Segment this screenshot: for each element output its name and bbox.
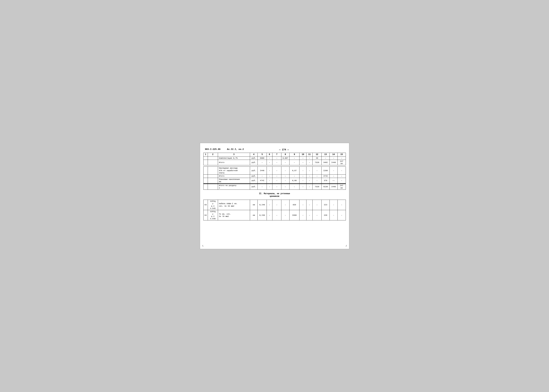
empty-cell bbox=[289, 198, 299, 200]
cell-row7-col7: – bbox=[272, 184, 281, 189]
cell-row0-col9: – bbox=[289, 156, 299, 160]
cell-row7-col8: – bbox=[282, 184, 289, 189]
cell-row4-col4: руб. bbox=[250, 175, 258, 178]
page-number: — 174 — bbox=[244, 148, 324, 151]
cell-row1-col15: 247 94 bbox=[338, 160, 346, 165]
table-row: Итогоруб.–––––––7329348II448247 94 bbox=[203, 160, 346, 165]
empty-cell bbox=[322, 165, 330, 167]
cell-row3-col5: I448 bbox=[258, 167, 267, 175]
cell-row1-col12: 7329 bbox=[312, 160, 321, 165]
cell-row5-col10: – bbox=[299, 178, 306, 183]
empty-cell bbox=[338, 198, 346, 200]
table-row: Итогоруб.––––––––474I–– bbox=[203, 175, 346, 178]
cell-row5-col8: – bbox=[282, 178, 289, 183]
cell-row4-col3: Итого bbox=[218, 175, 250, 178]
cell-row11-col7: – bbox=[272, 200, 281, 210]
cell-row12-col7: – bbox=[272, 210, 281, 220]
cell-row1-col7: – bbox=[272, 160, 281, 165]
empty-cell bbox=[299, 189, 306, 191]
table-row: Комплектация 0,7%руб.6986––0,007–––49––– bbox=[203, 156, 346, 160]
table-row: Накладные расходы 87% от заработной плат… bbox=[203, 167, 346, 175]
cell-row1-col8: – bbox=[282, 160, 289, 165]
col-header-13: 13 bbox=[322, 153, 330, 157]
table-row bbox=[203, 189, 346, 191]
col-header-14: 14 bbox=[330, 153, 338, 157]
cell-row4-col2 bbox=[208, 175, 218, 178]
cell-row12-col8: – bbox=[282, 210, 289, 220]
empty-cell bbox=[203, 189, 208, 191]
col-header-5: 5 bbox=[258, 153, 267, 157]
cell-row12-col12: – bbox=[312, 210, 321, 220]
cell-row5-col11: – bbox=[306, 178, 312, 183]
cell-row12-col5: 0,I30 bbox=[258, 210, 267, 220]
document-subtitle: Ах.I2.I, кн.2 bbox=[227, 148, 244, 151]
empty-cell bbox=[203, 198, 208, 200]
cell-row11-col9: 8I0 bbox=[289, 200, 299, 210]
table-row: 64ССРСЦ у р.I п.549То же, сеч. 3х 70 мм2… bbox=[203, 210, 346, 220]
cell-row3-col6: – bbox=[267, 167, 272, 175]
cell-row4-col11: – bbox=[306, 175, 312, 178]
empty-cell bbox=[289, 165, 299, 167]
cell-row12-col6: – bbox=[267, 210, 272, 220]
cell-row11-col11: – bbox=[306, 200, 312, 210]
cell-row3-col8: – bbox=[282, 167, 289, 175]
cell-row12-col10: – bbox=[299, 210, 306, 220]
cell-row5-col4: руб. bbox=[250, 178, 258, 183]
cell-row12-col13: 220 bbox=[322, 210, 330, 220]
cell-row12-col9: I690 bbox=[289, 210, 299, 220]
cell-row11-col2: ССРСЦ у р.I п.545 bbox=[208, 200, 218, 210]
col-header-6: 6 bbox=[267, 153, 272, 157]
empty-cell bbox=[282, 189, 289, 191]
cell-row3-col13: I260 bbox=[322, 167, 330, 175]
cell-row1-col3: Итого bbox=[218, 160, 250, 165]
cell-row12-col4: км bbox=[250, 210, 258, 220]
cell-row0-col2 bbox=[208, 156, 218, 160]
cell-row4-col10: – bbox=[299, 175, 306, 178]
cell-row5-col5: 474I bbox=[258, 178, 267, 183]
empty-cell bbox=[312, 165, 321, 167]
cell-row1-col10: – bbox=[299, 160, 306, 165]
cell-row0-col8: 0,007 bbox=[282, 156, 289, 160]
cell-row4-col6: – bbox=[267, 175, 272, 178]
empty-cell bbox=[330, 189, 338, 191]
cell-row1-col9: – bbox=[289, 160, 299, 165]
empty-cell bbox=[330, 198, 338, 200]
cell-row0-col5: 6986 bbox=[258, 156, 267, 160]
cell-row5-col14: —— bbox=[330, 178, 338, 183]
empty-cell bbox=[258, 198, 267, 200]
cell-row11-col14: – bbox=[330, 200, 338, 210]
cell-row5-col3: Плановые накопления 8% bbox=[218, 178, 250, 183]
cell-row12-col1: 64 bbox=[203, 210, 208, 220]
cell-row7-col15: 247 94 bbox=[338, 184, 346, 189]
col-header-3: 3 bbox=[218, 153, 250, 157]
corner-mark-right: ┘ bbox=[346, 245, 347, 248]
cell-row3-col3: Накладные расходы 87% от заработной плат… bbox=[218, 167, 250, 175]
cell-row7-col6: – bbox=[267, 184, 272, 189]
empty-cell bbox=[250, 189, 258, 191]
doc-id: 903-I-225.86 Ах.I2.I, кн.2 bbox=[205, 148, 244, 151]
cell-row7-col1 bbox=[203, 184, 208, 189]
empty-cell bbox=[312, 189, 321, 191]
cell-row0-col11: – bbox=[306, 156, 312, 160]
cell-row1-col5: – bbox=[258, 160, 267, 165]
cell-row11-col3: Кабель ААШв-I кв. сеч. 3х I6 мм2 bbox=[218, 200, 250, 210]
cell-row3-col15: – bbox=[338, 167, 346, 175]
document-number: 903-I-225.86 bbox=[205, 148, 221, 151]
cell-row3-col2 bbox=[208, 167, 218, 175]
col-header-8: 8 bbox=[282, 153, 289, 157]
cell-row11-col8: – bbox=[282, 200, 289, 210]
cell-row0-col15: – bbox=[338, 156, 346, 160]
cell-row1-col6: – bbox=[267, 160, 272, 165]
cell-row4-col9: – bbox=[289, 175, 299, 178]
cell-row3-col4: руб. bbox=[250, 167, 258, 175]
cell-row5-col12: – bbox=[312, 178, 321, 183]
cell-row1-col14: I448 bbox=[330, 160, 338, 165]
empty-cell bbox=[250, 165, 258, 167]
cell-row3-col9: 0,87 bbox=[289, 167, 299, 175]
empty-cell bbox=[267, 189, 272, 191]
section-header-cell: II. Материалы, не учтенные ценником bbox=[203, 191, 346, 198]
cell-row4-col13: 474I bbox=[322, 175, 330, 178]
cell-row1-col1 bbox=[203, 160, 208, 165]
cell-row0-col4: руб. bbox=[250, 156, 258, 160]
table-header-row: 1 2 3 4 5 6 7 8 9 10 11 12 13 14 15 bbox=[203, 153, 346, 157]
